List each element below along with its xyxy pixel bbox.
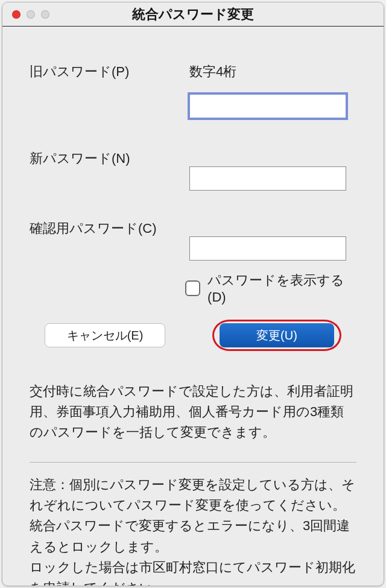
show-password-checkbox[interactable]	[185, 280, 200, 296]
titlebar: 統合パスワード変更	[2, 2, 384, 27]
window-title: 統合パスワード変更	[2, 5, 384, 24]
new-password-input[interactable]	[189, 166, 346, 191]
button-row: キャンセル(E) 変更(U)	[30, 323, 356, 347]
close-icon[interactable]	[12, 10, 21, 19]
divider	[30, 462, 356, 463]
old-password-label: 旧パスワード(P)	[30, 63, 189, 81]
window-controls	[12, 10, 49, 19]
caution-text: 注意：個別にパスワード変更を設定している方は、それぞれについてパスワード変更を使…	[30, 475, 356, 586]
old-password-row: 旧パスワード(P) 数字4桁	[30, 63, 356, 118]
new-password-label: 新パスワード(N)	[30, 150, 189, 168]
confirm-password-input[interactable]	[189, 236, 346, 261]
change-button[interactable]: 変更(U)	[220, 323, 334, 347]
dialog-window: 統合パスワード変更 旧パスワード(P) 数字4桁 新パスワード(N) 確認用パス…	[2, 2, 384, 586]
zoom-icon	[41, 10, 49, 19]
show-password-row[interactable]: パスワードを表示する(D)	[30, 271, 356, 305]
show-password-label: パスワードを表示する(D)	[207, 271, 356, 305]
confirm-password-row: 確認用パスワード(C)	[30, 220, 356, 261]
confirm-password-label: 確認用パスワード(C)	[30, 220, 189, 238]
minimize-icon	[27, 10, 35, 19]
old-password-hint: 数字4桁	[189, 63, 356, 81]
new-password-row: 新パスワード(N)	[30, 150, 356, 191]
info-text: 交付時に統合パスワードで設定した方は、利用者証明用、券面事項入力補助用、個人番号…	[30, 381, 356, 443]
cancel-button[interactable]: キャンセル(E)	[45, 323, 165, 347]
change-button-highlight: 変更(U)	[220, 323, 334, 347]
old-password-input[interactable]	[189, 94, 346, 118]
dialog-content: 旧パスワード(P) 数字4桁 新パスワード(N) 確認用パスワード(C) パスワ…	[2, 27, 384, 586]
